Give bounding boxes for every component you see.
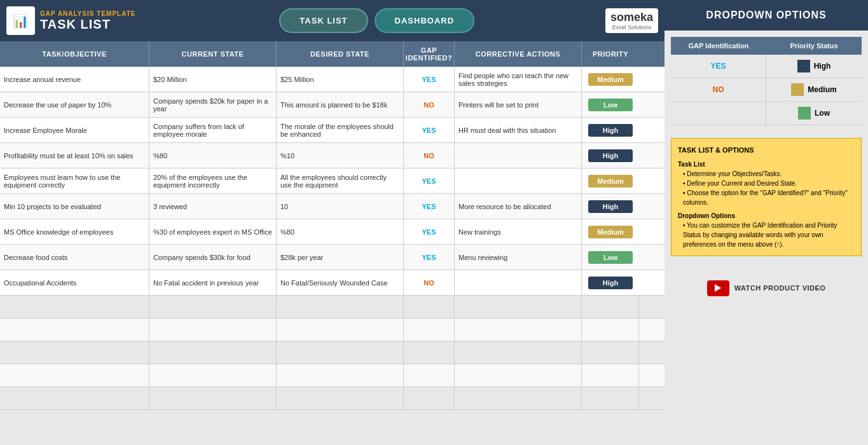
td-gap: YES xyxy=(404,67,455,92)
info-bullet-1: • Determine your Objectives/Tasks. xyxy=(683,169,855,179)
td-task: MS Office knowledge of employees xyxy=(0,219,149,244)
td-gap: NO xyxy=(404,143,455,168)
td-current: Company suffers from lack of employee mo… xyxy=(149,118,277,142)
dh-gap: GAP Identification xyxy=(671,37,766,55)
table-row: Decrease the use of paper by 10% Company… xyxy=(0,92,665,118)
td-task: Min 10 projects to be evaluated xyxy=(0,194,149,219)
td-priority: Medium xyxy=(582,219,639,244)
td-priority: Medium xyxy=(582,67,639,92)
table-row: Occupational Accidents No Fatal accident… xyxy=(0,270,665,296)
logo-area: 📊 GAP ANALYSIS TEMPLATE TASK LIST xyxy=(6,6,135,35)
header-title: TASK LIST xyxy=(40,17,135,32)
td-desired: The morale of the employees should be en… xyxy=(277,118,404,142)
td-current: 20% of the employees use the equipment i… xyxy=(149,168,277,193)
td-priority: High xyxy=(582,270,639,295)
td-priority: High xyxy=(582,143,639,168)
td-current: %80 xyxy=(149,143,277,168)
table-row: Increase Employee Morale Company suffers… xyxy=(0,118,665,143)
td-priority: Low xyxy=(582,92,639,117)
info-title: TASK LIST & OPTIONS xyxy=(678,145,855,156)
empty-row xyxy=(0,296,665,318)
td-actions xyxy=(455,168,582,193)
logo-icon: 📊 xyxy=(6,6,35,35)
td-desired: %10 xyxy=(277,143,404,168)
empty-row xyxy=(0,387,665,410)
header-text: GAP ANALYSIS TEMPLATE TASK LIST xyxy=(40,10,135,32)
info-section-1: Task List xyxy=(678,160,855,169)
gap-yes: YES xyxy=(671,55,766,78)
td-desired: $25 Million xyxy=(277,67,404,92)
td-task: Increase annual revenue xyxy=(0,67,149,92)
td-task: Decrease the use of paper by 10% xyxy=(0,92,149,117)
td-actions: Menu reviewing xyxy=(455,245,582,270)
td-gap: NO xyxy=(404,270,455,295)
td-priority: Medium xyxy=(582,168,639,193)
td-desired: All the employees should correctly use t… xyxy=(277,168,404,193)
th-task: TASK/OBJECTIVE xyxy=(0,41,149,67)
td-task: Occupational Accidents xyxy=(0,270,149,295)
td-actions xyxy=(455,143,582,168)
header-nav: TASK LIST DASHBOARD xyxy=(148,8,605,33)
play-triangle xyxy=(715,284,721,292)
info-box: TASK LIST & OPTIONS Task List • Determin… xyxy=(671,138,862,256)
table-row: Min 10 projects to be evaluated 3 review… xyxy=(0,194,665,219)
dh-priority: Priority Status xyxy=(766,37,862,55)
td-actions: Printers will be set to print xyxy=(455,92,582,117)
table-header: TASK/OBJECTIVE CURRENT STATE DESIRED STA… xyxy=(0,41,665,67)
td-gap: YES xyxy=(404,245,455,270)
td-current: 3 reviewed xyxy=(149,194,277,219)
empty-row xyxy=(0,364,665,387)
td-desired: No Fatal/Seriously Wounded Case xyxy=(277,270,404,295)
dropdown-title: DROPDOWN OPTIONS xyxy=(665,0,868,31)
video-label: WATCH PRODUCT VIDEO xyxy=(734,284,826,292)
empty-row xyxy=(0,341,665,364)
brand-name: someka xyxy=(610,11,653,24)
td-actions: Find people who can teach the new sales … xyxy=(455,67,582,92)
td-gap: YES xyxy=(404,219,455,244)
empty-row xyxy=(0,318,665,341)
task-list-button[interactable]: TASK LIST xyxy=(279,8,368,33)
td-task: Profitability must be at least 10% on sa… xyxy=(0,143,149,168)
td-actions xyxy=(455,270,582,295)
table-row: Decrease food costs Company spends $30k … xyxy=(0,245,665,270)
watch-video-button[interactable]: WATCH PRODUCT VIDEO xyxy=(697,275,836,301)
brand-logo: someka Excel Solutions xyxy=(605,8,658,33)
table-row: Employees must learn how to use the equi… xyxy=(0,168,665,194)
dashboard-button[interactable]: DASHBOARD xyxy=(375,8,475,33)
priority-high: High xyxy=(766,55,862,78)
td-priority: High xyxy=(582,194,639,219)
brand-sub: Excel Solutions xyxy=(612,24,652,31)
dropdown-row-1: YES High xyxy=(671,55,862,78)
info-bullet-4: • You can customize the GAP Identificati… xyxy=(683,221,855,249)
table-row: Profitability must be at least 10% on sa… xyxy=(0,143,665,168)
td-gap: YES xyxy=(404,194,455,219)
td-gap: YES xyxy=(404,168,455,193)
td-current: Company spends $30k for food xyxy=(149,245,277,270)
th-desired: DESIRED STATE xyxy=(277,41,404,67)
th-actions: CORRECTIVE ACTIONS xyxy=(455,41,582,67)
header: 📊 GAP ANALYSIS TEMPLATE TASK LIST TASK L… xyxy=(0,0,665,41)
td-current: %30 of employees expert in MS Office xyxy=(149,219,277,244)
td-priority: Low xyxy=(582,245,639,270)
info-bullet-2: • Define your Current and Desired State. xyxy=(683,179,855,188)
td-task: Decrease food costs xyxy=(0,245,149,270)
td-desired: %80 xyxy=(277,219,404,244)
th-current: CURRENT STATE xyxy=(149,41,277,67)
td-desired: 10 xyxy=(277,194,404,219)
td-current: Company spends $20k for paper in a year xyxy=(149,92,277,117)
dropdown-header: GAP Identification Priority Status xyxy=(671,37,862,55)
high-color xyxy=(797,60,810,72)
td-task: Increase Employee Morale xyxy=(0,118,149,142)
gap-no: NO xyxy=(671,78,766,101)
youtube-icon xyxy=(707,280,729,296)
right-panel: DROPDOWN OPTIONS GAP Identification Prio… xyxy=(665,0,868,445)
priority-medium: Medium xyxy=(766,78,862,101)
header-subtitle: GAP ANALYSIS TEMPLATE xyxy=(40,10,135,17)
info-section-2: Dropdown Options xyxy=(678,211,855,221)
td-current: No Fatal accident in previous year xyxy=(149,270,277,295)
td-gap: NO xyxy=(404,92,455,117)
table-row: MS Office knowledge of employees %30 of … xyxy=(0,219,665,245)
td-actions: More resource to be allocated xyxy=(455,194,582,219)
low-color xyxy=(798,107,811,120)
dropdown-table: GAP Identification Priority Status YES H… xyxy=(671,37,862,125)
